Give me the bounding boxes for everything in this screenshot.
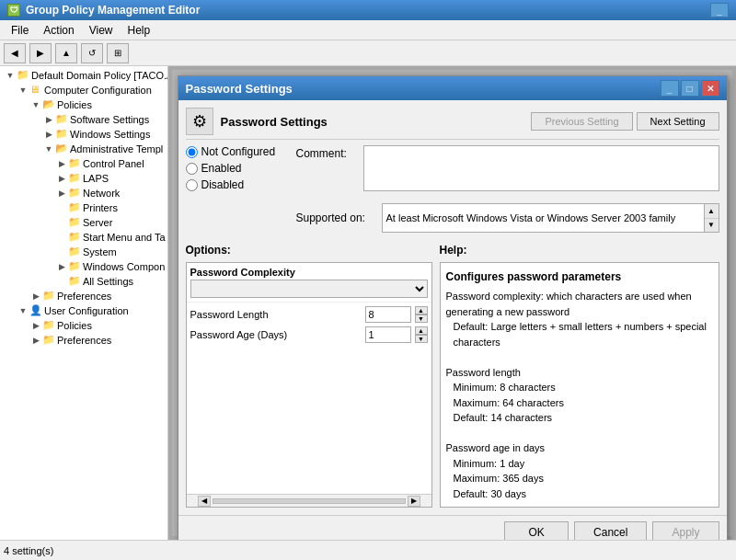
apply-button[interactable]: Apply bbox=[652, 521, 719, 540]
options-label: Options: bbox=[186, 244, 231, 257]
help-content: Password complexity: which characters ar… bbox=[446, 289, 713, 501]
password-length-up[interactable]: ▲ bbox=[415, 306, 428, 314]
cancel-button[interactable]: Cancel bbox=[574, 521, 647, 540]
tree-label-windows-components: Windows Compon bbox=[83, 261, 165, 272]
supported-value-box: At least Microsoft Windows Vista or Wind… bbox=[382, 203, 719, 233]
up-button[interactable]: ▲ bbox=[55, 43, 77, 63]
tree-item-windows-settings[interactable]: ▶ 📁 Windows Settings bbox=[0, 127, 167, 142]
main-title: Group Policy Management Editor bbox=[26, 4, 200, 17]
tree-label-software-settings: Software Settings bbox=[70, 114, 149, 125]
dialog-header-icon: ⚙ bbox=[186, 108, 213, 135]
comment-label: Comment: bbox=[296, 145, 356, 160]
expander: ▶ bbox=[29, 321, 42, 330]
tree-label-start-menu: Start Menu and Ta bbox=[83, 232, 166, 243]
folder-icon: 📁 bbox=[68, 157, 81, 170]
dialog-close-button[interactable]: ✕ bbox=[701, 80, 719, 97]
password-age-row: Password Age (Days) ▲ ▼ bbox=[190, 326, 428, 343]
menu-file[interactable]: File bbox=[4, 22, 36, 39]
radio-not-configured[interactable]: Not Configured bbox=[186, 145, 287, 158]
expander: ▶ bbox=[55, 262, 68, 271]
tree-item-preferences2[interactable]: ▶ 📁 Preferences bbox=[0, 333, 167, 348]
folder-icon: 📁 bbox=[68, 216, 81, 229]
back-button[interactable]: ◀ bbox=[4, 43, 26, 63]
password-settings-dialog: Password Settings _ □ ✕ ⚙ bbox=[178, 75, 728, 540]
tree-item-software-settings[interactable]: ▶ 📁 Software Settings bbox=[0, 112, 167, 127]
password-length-input[interactable] bbox=[365, 306, 411, 323]
tree-item-start-menu[interactable]: 📁 Start Menu and Ta bbox=[0, 230, 167, 245]
folder-icon: 📁 bbox=[68, 201, 81, 214]
help-title: Configures password parameters bbox=[446, 269, 713, 285]
expander: ▼ bbox=[4, 71, 17, 80]
scroll-left-button[interactable]: ◀ bbox=[198, 496, 211, 507]
dialog-title-controls: _ □ ✕ bbox=[661, 80, 719, 97]
tree-label-control-panel: Control Panel bbox=[83, 158, 144, 169]
password-age-label: Password Age (Days) bbox=[190, 329, 362, 340]
folder-icon: 📁 bbox=[68, 172, 81, 185]
radio-disabled-input[interactable] bbox=[186, 179, 198, 191]
tree-item-printers[interactable]: 📁 Printers bbox=[0, 200, 167, 215]
next-setting-button[interactable]: Next Setting bbox=[637, 112, 719, 131]
properties-button[interactable]: ⊞ bbox=[107, 43, 129, 63]
password-age-up[interactable]: ▲ bbox=[415, 326, 428, 335]
tree-label-printers: Printers bbox=[83, 202, 118, 213]
supported-value-text: At least Microsoft Windows Vista or Wind… bbox=[386, 212, 693, 223]
radio-enabled-input[interactable] bbox=[186, 163, 198, 175]
tree-item-network[interactable]: ▶ 📁 Network bbox=[0, 186, 167, 200]
password-complexity-select[interactable] bbox=[190, 280, 428, 298]
password-age-input[interactable] bbox=[365, 326, 411, 343]
password-length-down[interactable]: ▼ bbox=[415, 314, 428, 323]
tree-item-computer-config[interactable]: ▼ 🖥 Computer Configuration bbox=[0, 83, 167, 97]
password-age-down[interactable]: ▼ bbox=[415, 335, 428, 343]
options-help-container: Password Complexity Password Length bbox=[186, 262, 719, 508]
scroll-right-button[interactable]: ▶ bbox=[408, 496, 420, 507]
menu-view[interactable]: View bbox=[82, 22, 121, 39]
status-bar: 4 setting(s) bbox=[0, 540, 736, 560]
tree-item-all-settings[interactable]: 📁 All Settings bbox=[0, 274, 167, 289]
comment-textarea[interactable] bbox=[363, 145, 719, 191]
dialog-title: Password Settings bbox=[186, 82, 293, 96]
scroll-up-button[interactable]: ▲ bbox=[705, 204, 719, 219]
options-panel: Password Complexity Password Length bbox=[186, 262, 432, 508]
radio-enabled[interactable]: Enabled bbox=[186, 162, 287, 175]
forward-button[interactable]: ▶ bbox=[29, 43, 52, 63]
menu-help[interactable]: Help bbox=[121, 22, 158, 39]
dialog-maximize-button[interactable]: □ bbox=[681, 80, 699, 97]
tree-label-system: System bbox=[83, 246, 117, 257]
help-panel: Configures password parameters Password … bbox=[440, 262, 719, 508]
tree-item-preferences1[interactable]: ▶ 📁 Preferences bbox=[0, 289, 167, 303]
tree-item-admin-templates[interactable]: ▼ 📂 Administrative Templ bbox=[0, 142, 167, 156]
horizontal-scrollbar[interactable] bbox=[213, 498, 406, 504]
tree-label-policies2: Policies bbox=[57, 320, 92, 331]
tree-item-system[interactable]: 📁 System bbox=[0, 245, 167, 259]
scroll-down-button[interactable]: ▼ bbox=[705, 219, 719, 233]
password-length-row: Password Length ▲ ▼ bbox=[190, 306, 428, 323]
refresh-button[interactable]: ↺ bbox=[81, 43, 103, 63]
expander: ▶ bbox=[29, 291, 42, 301]
tree-item-laps[interactable]: ▶ 📁 LAPS bbox=[0, 171, 167, 186]
radio-disabled[interactable]: Disabled bbox=[186, 178, 287, 191]
tree-item-root[interactable]: ▼ 📁 Default Domain Policy [TACO.AC bbox=[0, 68, 167, 83]
ok-button[interactable]: OK bbox=[504, 521, 569, 540]
tree-item-policies2[interactable]: ▶ 📁 Policies bbox=[0, 318, 167, 333]
toolbar: ◀ ▶ ▲ ↺ ⊞ bbox=[0, 40, 736, 66]
radio-not-configured-input[interactable] bbox=[186, 146, 198, 158]
help-label: Help: bbox=[440, 244, 467, 257]
tree-label-root: Default Domain Policy [TACO.AC bbox=[31, 70, 168, 81]
tree-item-server[interactable]: 📁 Server bbox=[0, 215, 167, 230]
expander: ▶ bbox=[42, 130, 55, 139]
previous-setting-button[interactable]: Previous Setting bbox=[531, 112, 632, 131]
tree-item-control-panel[interactable]: ▶ 📁 Control Panel bbox=[0, 156, 167, 171]
tree-item-user-config[interactable]: ▼ 👤 User Configuration bbox=[0, 303, 167, 318]
menu-bar: File Action View Help bbox=[0, 20, 736, 40]
dialog-header: ⚙ Password Settings Previous Setting Nex… bbox=[186, 108, 719, 140]
tree-label-policies: Policies bbox=[57, 99, 92, 110]
minimize-button[interactable]: _ bbox=[710, 3, 729, 17]
dialog-minimize-button[interactable]: _ bbox=[661, 80, 679, 97]
tree-item-windows-components[interactable]: ▶ 📁 Windows Compon bbox=[0, 259, 167, 274]
menu-action[interactable]: Action bbox=[36, 22, 81, 39]
title-bar-left: 🛡 Group Policy Management Editor bbox=[7, 4, 200, 17]
main-title-bar: 🛡 Group Policy Management Editor _ bbox=[0, 0, 736, 20]
tree-item-policies[interactable]: ▼ 📂 Policies bbox=[0, 97, 167, 112]
settings-icon: ⚙ bbox=[192, 111, 207, 131]
supported-label: Supported on: bbox=[296, 211, 374, 224]
